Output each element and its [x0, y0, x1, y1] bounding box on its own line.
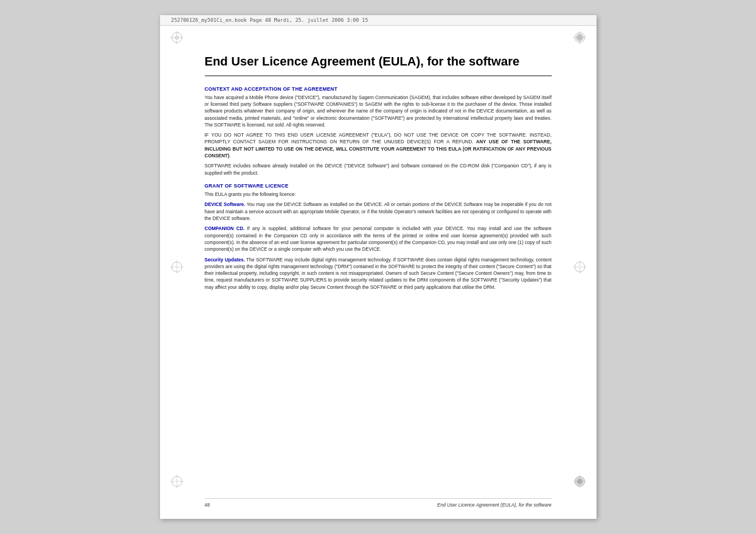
- section-grant: GRANT OF SOFTWARE LICENCE This EULA gran…: [205, 183, 552, 291]
- companion-cd-label: COMPANION CD.: [205, 226, 245, 231]
- section-context-heading: CONTEXT AND ACCEPTATION OF THE AGREEMENT: [205, 86, 552, 92]
- subsection-companion-cd: COMPANION CD. If any is supplied, additi…: [205, 225, 552, 252]
- regmark-bl: [170, 475, 184, 488]
- page-header-strip: 252786126_my501Ci_en.book Page 48 Mardi,…: [160, 15, 597, 26]
- security-updates-label: Security Updates.: [205, 257, 245, 263]
- device-software-label: DEVICE Software.: [205, 202, 246, 207]
- section-context-para2: IF YOU DO NOT AGREE TO THIS END USER LIC…: [205, 132, 552, 159]
- device-software-text: You may use the DEVICE Software as insta…: [205, 202, 552, 221]
- file-info: 252786126_my501Ci_en.book Page 48 Mardi,…: [171, 17, 368, 23]
- security-updates-text: The SOFTWARE may include digital rights …: [205, 257, 552, 290]
- section-grant-intro: This EULA grants you the following licen…: [205, 191, 552, 198]
- content-area: End User Licence Agreement (EULA), for t…: [160, 26, 597, 327]
- subsection-security-updates: Security Updates. The SOFTWARE may inclu…: [205, 256, 552, 291]
- footer-title: End User Licence Agreement (EULA), for t…: [437, 502, 551, 508]
- section-context: CONTEXT AND ACCEPTATION OF THE AGREEMENT…: [205, 86, 552, 176]
- section-grant-heading: GRANT OF SOFTWARE LICENCE: [205, 183, 552, 189]
- footer-page-number: 48: [205, 502, 210, 508]
- page-container: 252786126_my501Ci_en.book Page 48 Mardi,…: [160, 15, 597, 519]
- subsection-device-software: DEVICE Software. You may use the DEVICE …: [205, 201, 552, 222]
- page-title: End User Licence Agreement (EULA), for t…: [205, 54, 552, 76]
- page-footer: 48 End User Licence Agreement (EULA), fo…: [205, 498, 552, 508]
- section-context-para3: SOFTWARE includes software already insta…: [205, 162, 552, 176]
- companion-cd-text: If any is supplied, additional software …: [205, 226, 552, 252]
- section-context-para1: You have acquired a Mobile Phone device …: [205, 94, 552, 129]
- regmark-br: [573, 475, 586, 488]
